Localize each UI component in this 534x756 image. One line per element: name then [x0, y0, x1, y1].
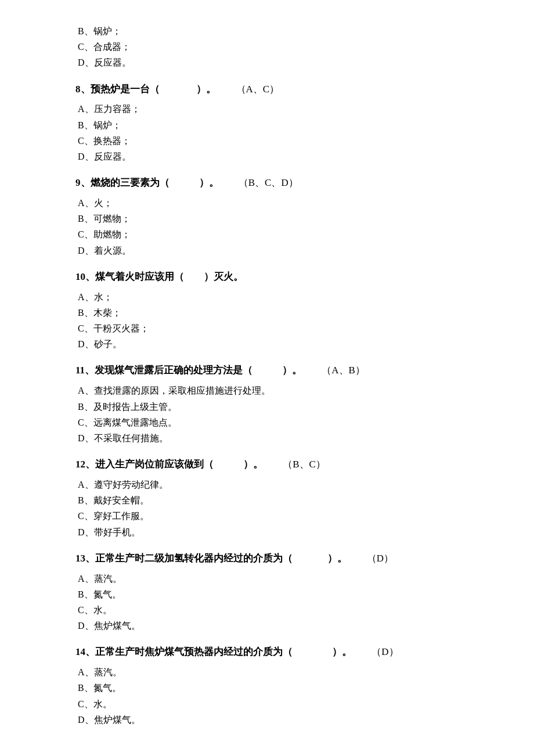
question-11-title: 11、发现煤气泄露后正确的处理方法是（ ）。 （A、B）: [75, 362, 459, 379]
question-12-text: 12、进入生产岗位前应该做到（ ）。: [75, 459, 263, 470]
q8-option-a: A、压力容器；: [78, 101, 459, 117]
question-8-title: 8、预热炉是一台（ ）。 （A、C）: [75, 81, 459, 98]
question-11: 11、发现煤气泄露后正确的处理方法是（ ）。 （A、B） A、查找泄露的原因，采…: [75, 362, 459, 446]
question-14-text: 14、正常生产时焦炉煤气预热器内经过的介质为（ ）。: [75, 646, 352, 657]
q8-option-d: D、反应器。: [78, 149, 459, 164]
q13-option-c: C、水。: [78, 602, 459, 618]
question-12-title: 12、进入生产岗位前应该做到（ ）。 （B、C）: [75, 456, 459, 473]
q11-option-b: B、及时报告上级主管。: [78, 399, 459, 415]
question-10: 10、煤气着火时应该用（ ）灭火。 A、水； B、木柴； C、干粉灭火器； D、…: [75, 269, 459, 352]
question-9-answer: （B、C、D）: [239, 177, 298, 188]
q11-option-a: A、查找泄露的原因，采取相应措施进行处理。: [78, 383, 459, 398]
q8-option-b: B、锅炉；: [78, 117, 459, 133]
question-12-answer: （B、C）: [283, 459, 326, 470]
trailing-options: B、锅炉； C、合成器； D、反应器。: [75, 23, 459, 71]
question-14: 14、正常生产时焦炉煤气预热器内经过的介质为（ ）。 （D） A、蒸汽。 B、氮…: [75, 644, 459, 728]
q13-option-d: D、焦炉煤气。: [78, 618, 459, 633]
q14-option-d: D、焦炉煤气。: [78, 712, 459, 728]
q13-option-b: B、氮气。: [78, 586, 459, 602]
q9-option-b: B、可燃物；: [78, 211, 459, 226]
q9-option-c: C、助燃物；: [78, 226, 459, 242]
q10-option-d: D、砂子。: [78, 336, 459, 352]
question-10-text: 10、煤气着火时应该用（ ）灭火。: [75, 271, 243, 282]
q10-option-a: A、水；: [78, 289, 459, 305]
option-d-reactor: D、反应器。: [78, 55, 459, 70]
question-14-answer: （D）: [371, 646, 398, 657]
question-10-title: 10、煤气着火时应该用（ ）灭火。: [75, 269, 459, 286]
question-9: 9、燃烧的三要素为（ ）。 （B、C、D） A、火； B、可燃物； C、助燃物；…: [75, 175, 459, 258]
question-13-text: 13、正常生产时二级加氢转化器内经过的介质为（ ）。: [75, 553, 347, 564]
q14-option-b: B、氮气。: [78, 680, 459, 696]
q12-option-b: B、戴好安全帽。: [78, 492, 459, 508]
option-c-synthesizer: C、合成器；: [78, 39, 459, 55]
question-9-text: 9、燃烧的三要素为（ ）。: [75, 177, 219, 188]
question-9-title: 9、燃烧的三要素为（ ）。 （B、C、D）: [75, 175, 459, 192]
question-13: 13、正常生产时二级加氢转化器内经过的介质为（ ）。 （D） A、蒸汽。 B、氮…: [75, 550, 459, 634]
q13-option-a: A、蒸汽。: [78, 571, 459, 586]
question-14-title: 14、正常生产时焦炉煤气预热器内经过的介质为（ ）。 （D）: [75, 644, 459, 661]
q10-option-c: C、干粉灭火器；: [78, 321, 459, 336]
q9-option-a: A、火；: [78, 195, 459, 211]
q12-option-a: A、遵守好劳动纪律。: [78, 477, 459, 492]
q11-option-d: D、不采取任何措施。: [78, 430, 459, 446]
q12-option-d: D、带好手机。: [78, 524, 459, 540]
q9-option-d: D、着火源。: [78, 243, 459, 258]
question-8-text: 8、预热炉是一台（ ）。: [75, 84, 216, 95]
question-8: 8、预热炉是一台（ ）。 （A、C） A、压力容器； B、锅炉； C、换热器； …: [75, 81, 459, 165]
question-12: 12、进入生产岗位前应该做到（ ）。 （B、C） A、遵守好劳动纪律。 B、戴好…: [75, 456, 459, 540]
question-8-answer: （A、C）: [236, 84, 280, 95]
question-11-text: 11、发现煤气泄露后正确的处理方法是（ ）。: [75, 365, 302, 376]
question-11-answer: （A、B）: [322, 365, 365, 376]
q14-option-a: A、蒸汽。: [78, 664, 459, 680]
q11-option-c: C、远离煤气泄露地点。: [78, 415, 459, 430]
q12-option-c: C、穿好工作服。: [78, 508, 459, 524]
question-13-answer: （D）: [367, 553, 394, 564]
question-13-title: 13、正常生产时二级加氢转化器内经过的介质为（ ）。 （D）: [75, 550, 459, 567]
q10-option-b: B、木柴；: [78, 305, 459, 321]
option-b-boiler: B、锅炉；: [78, 23, 459, 39]
q8-option-c: C、换热器；: [78, 133, 459, 149]
q14-option-c: C、水。: [78, 696, 459, 712]
